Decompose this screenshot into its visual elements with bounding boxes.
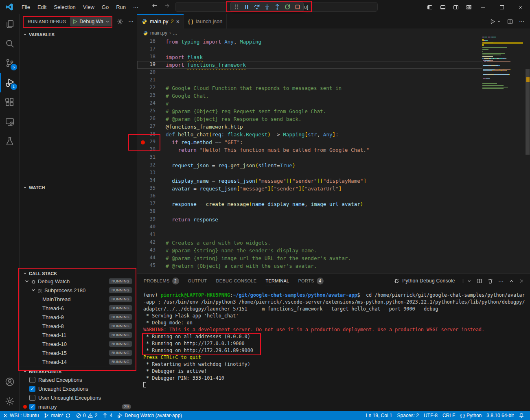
code-line-42[interactable]: 42# Creates a card with two widgets. [137,239,482,247]
code-line-18[interactable]: 18import flask [137,53,482,61]
toggle-panel-icon[interactable] [440,4,446,11]
code-line-28[interactable]: 28def hello_chat(req: flask.Request) -> … [137,131,482,138]
tab-launch-json[interactable]: { } launch.json [184,14,227,28]
watch-section-header[interactable]: WATCH [20,183,137,192]
gutter[interactable]: 26 [137,115,163,123]
statusbar-eol[interactable]: CRLF [440,411,458,420]
gutter[interactable]: 41 [137,231,163,239]
call-stack-row[interactable]: Thread-10RUNNING [20,339,137,348]
sidebar-more-actions-icon[interactable]: ⋯ [128,18,134,24]
breadcrumb[interactable]: main.py › ... [137,28,530,37]
code-line-33[interactable]: 33 [137,169,482,177]
editor-more-actions-icon[interactable]: ⋯ [519,18,524,24]
code-line-20[interactable]: 20 [137,69,482,77]
call-stack-row[interactable]: Thread-8RUNNING [20,322,137,330]
run-dropdown-chevron-icon[interactable] [497,19,501,24]
menu-file[interactable]: File [18,2,34,12]
gutter[interactable]: 18 [137,53,163,61]
gutter[interactable]: 36 [137,192,163,200]
gutter[interactable]: 38 [137,208,163,216]
drag-handle-button[interactable] [233,4,240,11]
maximize-panel-button[interactable] [509,278,514,284]
editor-scrollbar[interactable] [525,37,530,270]
call-stack-row[interactable]: Subprocess 2180RUNNING [20,286,137,295]
code-line-25[interactable]: 25# @param {Object} req Request sent fro… [137,107,482,115]
gutter[interactable]: 33 [137,169,163,177]
call-stack-row[interactable]: Debug WatchRUNNING [20,277,137,286]
call-stack-section-header[interactable]: CALL STACK [20,269,137,278]
statusbar-forwarded-ports[interactable]: 4 [100,411,115,420]
close-tab-icon[interactable]: × [176,18,180,25]
statusbar-debug-status[interactable]: Debug Watch (avatar-app) [115,411,184,420]
code-line-24[interactable]: 24# [137,100,482,107]
gutter[interactable]: 17 [137,46,163,53]
gutter[interactable]: 32 [137,162,163,169]
gutter[interactable]: 23 [137,92,163,100]
statusbar-language-mode[interactable]: { }Python [458,411,484,420]
menu-selection[interactable]: Selection [50,2,79,12]
gutter[interactable]: 28 [137,131,163,138]
call-stack-row[interactable]: Thread-9RUNNING [20,313,137,322]
maximize-button[interactable] [493,0,511,14]
code-line-23[interactable]: 23# Google Chat. [137,92,482,100]
gutter[interactable]: 40 [137,223,163,231]
code-line-27[interactable]: 27@functions_framework.http [137,123,482,131]
menu-edit[interactable]: Edit [34,2,50,12]
debug-settings-gear-icon[interactable] [117,18,123,25]
close-panel-button[interactable] [519,278,524,284]
step-out-button[interactable] [274,4,280,11]
panel-tab-problems[interactable]: PROBLEMS2 [144,274,179,288]
code-line-38[interactable]: 38 [137,208,482,216]
breakpoint-row[interactable]: ✓main.py29 [20,402,137,411]
toggle-sidebar-icon[interactable] [427,4,433,11]
activity-extensions[interactable] [0,92,20,112]
code-line-17[interactable]: 17 [137,46,482,53]
call-stack-row[interactable]: MainThreadRUNNING [20,295,137,304]
panel-tab-terminal[interactable]: TERMINAL [265,274,289,288]
gutter[interactable]: 16 [137,38,163,46]
statusbar-python-interpreter[interactable]: 3.8.10 64-bit [484,411,516,420]
activity-source-control[interactable]: 5 [0,53,20,73]
code-line-40[interactable]: 40 [137,223,482,231]
panel-tab-output[interactable]: OUTPUT [188,274,207,288]
activity-accounts[interactable] [0,372,20,392]
code-line-37[interactable]: 37 response = create_message(name=displa… [137,200,482,208]
gutter[interactable]: 29 [137,138,163,146]
kill-terminal-button[interactable] [487,278,493,284]
code-line-16[interactable]: 16from typing import Any, Mapping [137,38,482,46]
code-line-36[interactable]: 36 [137,192,482,200]
code-line-26[interactable]: 26# @param {Object} res Response to send… [137,115,482,123]
menu-go[interactable]: Go [98,2,112,12]
run-python-file-icon[interactable] [489,18,496,25]
gutter[interactable]: 34 [137,177,163,185]
code-line-41[interactable]: 41 [137,231,482,239]
variables-section-header[interactable]: VARIABLES [20,30,137,39]
restart-button[interactable] [284,4,291,11]
close-window-button[interactable] [511,0,530,14]
call-stack-row[interactable]: Thread-6RUNNING [20,304,137,313]
step-over-button[interactable] [254,4,260,11]
code-line-45[interactable]: 45# @return {Object} a card with the use… [137,262,482,270]
terminal-instance[interactable]: Python Debug Console [394,278,455,284]
gutter[interactable]: 39 [137,216,163,223]
customize-layout-icon[interactable] [466,4,472,11]
code-line-43[interactable]: 43# @param {string} name the sender's di… [137,247,482,254]
breakpoint-row[interactable]: User Uncaught Exceptions [20,393,137,402]
gutter[interactable]: 31 [137,154,163,162]
panel-tab-ports[interactable]: PORTS4 [298,274,323,288]
go-back-icon[interactable] [151,2,158,9]
menu-view[interactable]: View [79,2,98,12]
start-debug-icon[interactable] [72,19,78,24]
breakpoint-row[interactable]: Raised Exceptions [20,375,137,384]
breakpoints-section-header[interactable]: BREAKPOINTS [20,367,137,376]
code-line-32[interactable]: 32 request_json = req.get_json(silent=Tr… [137,162,482,169]
gutter[interactable]: 20 [137,69,163,77]
gutter[interactable]: 19 [137,61,163,69]
code-line-34[interactable]: 34 display_name = request_json["message"… [137,177,482,185]
gutter[interactable]: 43 [137,247,163,254]
call-stack-row[interactable]: Thread-14RUNNING [20,357,137,366]
call-stack-row[interactable]: Thread-11RUNNING [20,330,137,339]
activity-remote-explorer[interactable] [0,112,20,131]
activity-testing[interactable] [0,131,20,151]
gutter[interactable]: 21 [137,77,163,84]
